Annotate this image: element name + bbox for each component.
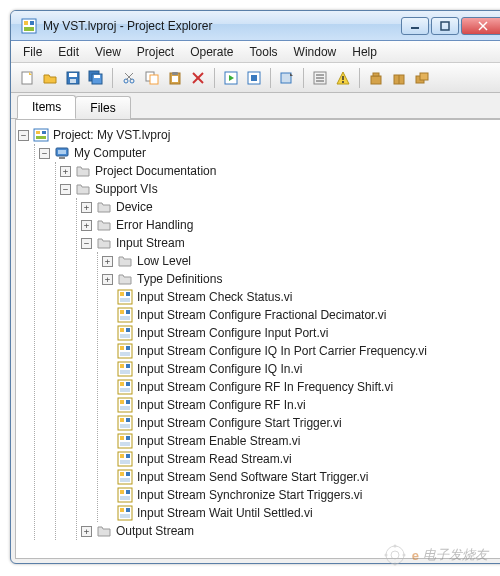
tree-node-folder[interactable]: + Project Documentation (60, 162, 500, 180)
expand-icon[interactable]: + (81, 220, 92, 231)
tree-node-vi[interactable]: Input Stream Wait Until Settled.vi (102, 504, 500, 522)
tree-node-vi[interactable]: Input Stream Configure Start Trigger.vi (102, 414, 500, 432)
tree-node-vi[interactable]: Input Stream Configure IQ In.vi (102, 360, 500, 378)
copy-icon[interactable] (142, 68, 162, 88)
tree-node-computer[interactable]: − My Computer (39, 144, 500, 162)
svg-rect-86 (126, 436, 130, 440)
svg-rect-91 (120, 460, 130, 464)
tree-node-vi[interactable]: Input Stream Configure RF In Frequency S… (102, 378, 500, 396)
menu-file[interactable]: File (15, 43, 50, 61)
tree-node-folder[interactable]: − Support VIs (60, 180, 500, 198)
toolbar-separator (359, 68, 360, 88)
resolve-icon[interactable] (277, 68, 297, 88)
tree-label: Error Handling (116, 218, 193, 232)
spacer (102, 364, 113, 375)
collapse-icon[interactable]: − (39, 148, 50, 159)
run-icon[interactable] (221, 68, 241, 88)
spacer (102, 310, 113, 321)
vi-icon (117, 469, 133, 485)
collapse-icon[interactable]: − (81, 238, 92, 249)
tree-view[interactable]: − Project: My VST.lvproj − My Computer +… (15, 119, 500, 559)
new-icon[interactable] (17, 68, 37, 88)
save-icon[interactable] (63, 68, 83, 88)
svg-rect-2 (30, 21, 34, 25)
maximize-button[interactable] (431, 17, 459, 35)
tree-node-folder[interactable]: + Error Handling (81, 216, 500, 234)
tree-node-vi[interactable]: Input Stream Enable Stream.vi (102, 432, 500, 450)
build-icon[interactable] (366, 68, 386, 88)
close-button[interactable] (461, 17, 500, 35)
package-icon[interactable] (389, 68, 409, 88)
minimize-button[interactable] (401, 17, 429, 35)
svg-rect-5 (441, 22, 449, 30)
app-icon (21, 18, 37, 34)
svg-rect-24 (172, 76, 178, 82)
tab-files[interactable]: Files (75, 96, 130, 119)
save-all-icon[interactable] (86, 68, 106, 88)
svg-rect-40 (373, 73, 379, 76)
tabbar: Items Files (11, 93, 500, 119)
paste-icon[interactable] (165, 68, 185, 88)
tree-node-folder[interactable]: + Device (81, 198, 500, 216)
tree-node-folder[interactable]: + Low Level (102, 252, 500, 270)
folder-icon (75, 181, 91, 197)
tree-node-vi[interactable]: Input Stream Configure Input Port.vi (102, 324, 500, 342)
svg-rect-102 (126, 508, 130, 512)
svg-rect-90 (126, 454, 130, 458)
tree-node-vi[interactable]: Input Stream Send Software Start Trigger… (102, 468, 500, 486)
svg-rect-45 (34, 129, 48, 141)
delete-icon[interactable] (188, 68, 208, 88)
tree-node-vi[interactable]: Input Stream Configure IQ In Port Carrie… (102, 342, 500, 360)
collapse-icon[interactable]: − (60, 184, 71, 195)
tree-label: Input Stream Configure IQ In Port Carrie… (137, 344, 427, 358)
cut-icon[interactable] (119, 68, 139, 88)
tree-label: Input Stream Wait Until Settled.vi (137, 506, 313, 520)
tree-label: Type Definitions (137, 272, 222, 286)
filter-icon[interactable] (310, 68, 330, 88)
collapse-icon[interactable]: − (18, 130, 29, 141)
open-icon[interactable] (40, 68, 60, 88)
spacer (102, 328, 113, 339)
folder-icon (96, 235, 112, 251)
menu-edit[interactable]: Edit (50, 43, 87, 61)
warning-icon[interactable] (333, 68, 353, 88)
tree-node-project[interactable]: − Project: My VST.lvproj (18, 126, 500, 144)
menu-tools[interactable]: Tools (242, 43, 286, 61)
menu-window[interactable]: Window (286, 43, 345, 61)
tree-label: My Computer (74, 146, 146, 160)
tree-node-vi[interactable]: Input Stream Configure RF In.vi (102, 396, 500, 414)
expand-icon[interactable]: + (102, 274, 113, 285)
spacer (102, 490, 113, 501)
tree-node-vi[interactable]: Input Stream Check Status.vi (102, 288, 500, 306)
folder-icon (96, 217, 112, 233)
expand-icon[interactable]: + (60, 166, 71, 177)
svg-rect-89 (120, 454, 124, 458)
tree-node-vi[interactable]: Input Stream Configure Fractional Decima… (102, 306, 500, 324)
expand-icon[interactable]: + (102, 256, 113, 267)
svg-rect-39 (371, 76, 381, 84)
svg-rect-46 (36, 131, 40, 134)
svg-rect-3 (24, 27, 34, 31)
titlebar: My VST.lvproj - Project Explorer (11, 11, 500, 41)
menu-project[interactable]: Project (129, 43, 182, 61)
menu-operate[interactable]: Operate (182, 43, 241, 61)
expand-icon[interactable]: + (81, 202, 92, 213)
tree-label: Input Stream Send Software Start Trigger… (137, 470, 368, 484)
svg-rect-59 (120, 316, 130, 320)
deploy-icon[interactable] (244, 68, 264, 88)
tree-node-folder[interactable]: + Type Definitions (102, 270, 500, 288)
svg-rect-79 (120, 406, 130, 410)
svg-rect-50 (58, 150, 66, 154)
menu-view[interactable]: View (87, 43, 129, 61)
tab-items[interactable]: Items (17, 95, 76, 119)
svg-rect-78 (126, 400, 130, 404)
svg-rect-98 (126, 490, 130, 494)
svg-rect-23 (172, 72, 178, 75)
tree-node-folder[interactable]: − Input Stream (81, 234, 500, 252)
build-spec-icon[interactable] (412, 68, 432, 88)
tree-node-folder[interactable]: + Output Stream (81, 522, 500, 540)
tree-node-vi[interactable]: Input Stream Read Stream.vi (102, 450, 500, 468)
tree-node-vi[interactable]: Input Stream Synchronize Start Triggers.… (102, 486, 500, 504)
expand-icon[interactable]: + (81, 526, 92, 537)
menu-help[interactable]: Help (344, 43, 385, 61)
